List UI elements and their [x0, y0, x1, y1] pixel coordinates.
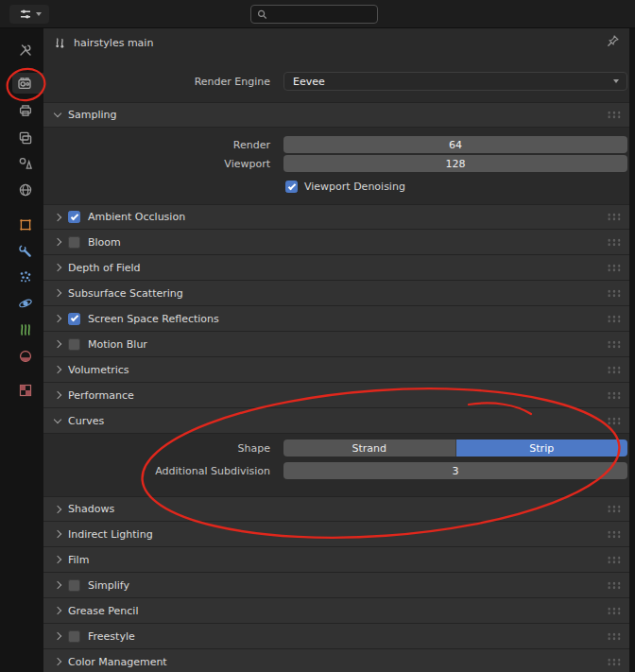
chevron-right-icon — [54, 505, 61, 512]
panel-bloom[interactable]: Bloom — [43, 230, 629, 255]
chevron-right-icon — [54, 340, 61, 348]
panel-drag-handle[interactable] — [607, 505, 622, 513]
render-samples-value: 64 — [449, 139, 462, 151]
motion-blur-checkbox[interactable] — [68, 338, 80, 351]
chevron-right-icon — [54, 607, 61, 614]
pin-icon[interactable] — [606, 34, 620, 51]
shape-option-strand[interactable]: Strand — [283, 439, 456, 457]
chevron-right-icon — [54, 315, 61, 322]
tab-world[interactable] — [15, 180, 36, 200]
tab-tool[interactable] — [15, 40, 36, 60]
tab-particles[interactable] — [15, 267, 36, 287]
additional-subdivision-label: Additional Subdivision — [43, 465, 270, 477]
chevron-right-icon — [54, 530, 61, 538]
panel-drag-handle[interactable] — [607, 632, 622, 641]
panel-title: Motion Blur — [88, 338, 147, 351]
panel-performance[interactable]: Performance — [43, 383, 629, 408]
panel-depth-of-field[interactable]: Depth of Field — [43, 255, 629, 281]
scene-icon — [18, 156, 33, 171]
viewport-denoising-label: Viewport Denoising — [304, 181, 405, 193]
panel-drag-handle[interactable] — [607, 111, 622, 119]
hair-curves-icon — [18, 322, 33, 337]
search-box[interactable] — [250, 5, 378, 24]
tab-object-data[interactable] — [15, 319, 36, 340]
panel-title: Freestyle — [88, 630, 135, 643]
panel-film[interactable]: Film — [43, 547, 629, 573]
panel-drag-handle[interactable] — [607, 340, 622, 349]
tab-output[interactable] — [15, 100, 36, 121]
view-layer-icon — [18, 130, 33, 146]
panel-drag-handle[interactable] — [607, 581, 622, 590]
panel-drag-handle[interactable] — [607, 264, 622, 272]
panel-drag-handle[interactable] — [607, 658, 622, 666]
panel-shadows[interactable]: Shadows — [43, 496, 629, 522]
wrench-icon — [18, 244, 33, 259]
panel-drag-handle[interactable] — [607, 213, 622, 221]
panel-drag-handle[interactable] — [607, 417, 622, 425]
panel-sampling[interactable]: Sampling — [43, 102, 629, 128]
tab-material[interactable] — [15, 346, 36, 367]
panel-motion-blur[interactable]: Motion Blur — [43, 332, 629, 357]
screen-space-reflections-checkbox[interactable] — [68, 313, 80, 325]
panel-drag-handle[interactable] — [607, 530, 622, 539]
viewport-samples-slider[interactable]: 128 — [283, 155, 627, 172]
tab-object[interactable] — [15, 215, 36, 235]
editor-type-button[interactable] — [9, 5, 49, 24]
simplify-checkbox[interactable] — [68, 579, 80, 592]
hair-particles-icon — [53, 36, 67, 50]
panel-drag-handle[interactable] — [607, 238, 622, 247]
panel-drag-handle[interactable] — [607, 315, 622, 323]
render-samples-label: Render — [43, 139, 270, 151]
panel-freestyle[interactable]: Freestyle — [43, 624, 629, 649]
render-engine-label: Render Engine — [43, 76, 270, 88]
render-properties-panel: hairstyles main Render Engine Eevee Samp… — [43, 28, 629, 666]
additional-subdivision-field[interactable]: 3 — [283, 462, 627, 479]
panel-volumetrics[interactable]: Volumetrics — [43, 357, 629, 383]
render-samples-slider[interactable]: 64 — [283, 136, 627, 153]
tab-modifiers[interactable] — [15, 241, 36, 262]
ambient-occlusion-checkbox[interactable] — [68, 211, 80, 223]
curves-body: Shape Strand Strip Additional Subdivisio… — [43, 434, 629, 496]
search-input[interactable] — [268, 9, 372, 21]
world-globe-icon — [18, 182, 33, 198]
panel-drag-handle[interactable] — [607, 556, 622, 564]
panel-color-management[interactable]: Color Management — [43, 649, 629, 672]
editor-header-bar — [0, 0, 635, 28]
blender-properties-editor: hairstyles main Render Engine Eevee Samp… — [0, 0, 635, 672]
panel-title: Ambient Occlusion — [88, 211, 185, 223]
shape-option-strip[interactable]: Strip — [456, 439, 628, 457]
bloom-checkbox[interactable] — [68, 236, 80, 249]
render-engine-dropdown[interactable]: Eevee — [283, 72, 627, 91]
viewport-denoising-checkbox[interactable] — [285, 181, 298, 193]
panel-indirect-lighting[interactable]: Indirect Lighting — [43, 522, 629, 547]
chevron-right-icon — [54, 581, 61, 589]
chevron-right-icon — [54, 391, 61, 399]
panel-simplify[interactable]: Simplify — [43, 573, 629, 598]
panel-title: Volumetrics — [68, 364, 129, 376]
check-icon — [287, 181, 295, 189]
tab-scene[interactable] — [15, 153, 36, 174]
shape-row: Shape Strand Strip — [43, 439, 629, 457]
panel-drag-handle[interactable] — [607, 289, 622, 298]
panel-screen-space-reflections[interactable]: Screen Space Reflections — [43, 306, 629, 332]
panel-drag-handle[interactable] — [607, 607, 622, 615]
panel-title: Screen Space Reflections — [88, 313, 219, 325]
tab-view-layer[interactable] — [15, 128, 36, 148]
chevron-down-icon — [36, 12, 42, 16]
tab-physics[interactable] — [15, 293, 36, 314]
panel-ambient-occlusion[interactable]: Ambient Occlusion — [43, 204, 629, 230]
panel-drag-handle[interactable] — [607, 391, 622, 400]
panel-curves[interactable]: Curves — [43, 408, 629, 434]
breadcrumb-title: hairstyles main — [74, 37, 153, 49]
chevron-right-icon — [54, 556, 61, 563]
additional-subdivision-row: Additional Subdivision 3 — [43, 462, 629, 479]
panel-subsurface-scattering[interactable]: Subsurface Scattering — [43, 281, 629, 306]
particles-icon — [18, 269, 33, 284]
tab-texture[interactable] — [15, 380, 36, 401]
panel-grease-pencil[interactable]: Grease Pencil — [43, 598, 629, 624]
panel-title: Shadows — [68, 503, 114, 515]
material-sphere-icon — [18, 349, 33, 364]
freestyle-checkbox[interactable] — [68, 630, 80, 643]
panel-drag-handle[interactable] — [607, 366, 622, 374]
tab-render[interactable] — [12, 73, 43, 94]
